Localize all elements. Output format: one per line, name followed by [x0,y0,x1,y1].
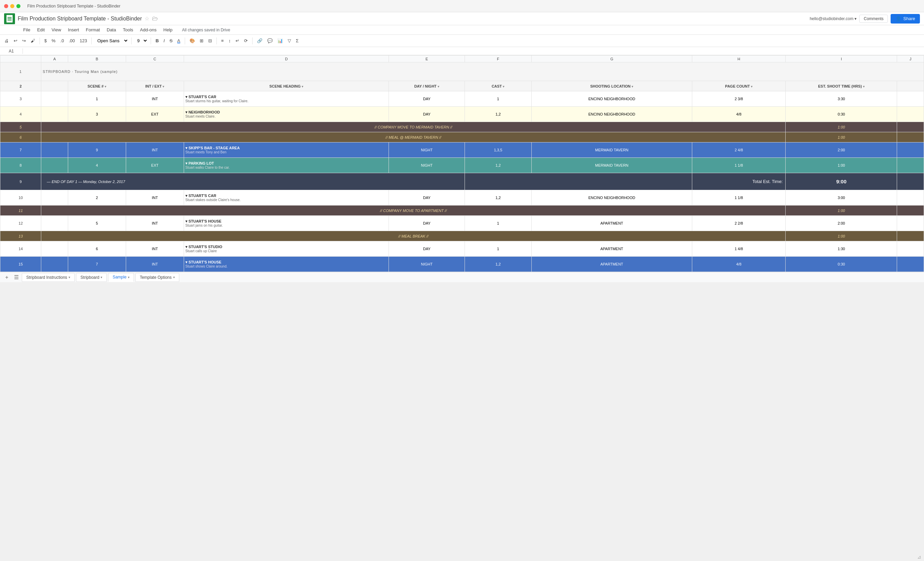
col-header-J[interactable]: J [897,56,924,62]
user-email[interactable]: hello@studiobinder.com ▾ [810,16,857,21]
undo-button[interactable]: ↩ [12,38,19,44]
scene-col-j [897,241,924,256]
col-header-B[interactable]: B [68,56,126,62]
end-of-day-empty [465,173,692,190]
minimize-button[interactable] [10,4,14,8]
format-number-button[interactable]: 123 [78,38,89,44]
wrap-button[interactable]: ↵ [234,38,241,44]
row-number: 15 [0,256,41,272]
menu-tools[interactable]: Tools [120,27,136,33]
rotation-button[interactable]: ⟳ [242,38,249,44]
close-button[interactable] [4,4,8,8]
tab-stripboard[interactable]: Stripboard ▾ [76,273,106,282]
all-sheets-button[interactable]: ☰ [12,273,21,282]
fill-color-button[interactable]: 🎨 [188,38,196,44]
add-sheet-button[interactable]: + [3,273,11,282]
scene-location: ENCINO NEIGHBORHOOD [531,190,692,206]
paint-format-button[interactable]: 🖌 [29,38,37,44]
font-select[interactable]: Open Sans [94,37,129,44]
scene-heading: ▾ STUART'S CARStuart sturms his guitar, … [184,92,389,106]
formula-bar [0,47,924,55]
scene-page-count: 1 4/8 [692,241,786,256]
scene-number: 6 [68,241,126,256]
redo-button[interactable]: ↪ [21,38,28,44]
col-header-H[interactable]: H [692,56,786,62]
scene-location: APARTMENT [531,216,692,231]
scene-heading: ▾ STUART'S HOUSEStuart shows Claire arou… [184,256,389,272]
header-location: SHOOTING LOCATION ▾ [531,81,692,92]
scene-col-a [41,241,68,256]
bold-button[interactable]: B [154,38,160,44]
font-size-select[interactable]: 9 [134,37,148,44]
comment-button[interactable]: 💬 [266,38,274,44]
table-row: 11// COMPANY MOVE TO APARTMENT //1:00 [0,206,924,216]
table-row: 157INT▾ STUART'S HOUSEStuart shows Clair… [0,256,924,272]
menu-format[interactable]: Format [83,27,103,33]
spreadsheet-title: STRIPBOARD · Touring Man (sample) [41,62,924,81]
menu-view[interactable]: View [49,27,64,33]
col-header-E[interactable]: E [389,56,465,62]
link-button[interactable]: 🔗 [255,38,264,44]
italic-button[interactable]: I [162,38,166,44]
tab-arrow-0[interactable]: ▾ [69,275,70,279]
maximize-button[interactable] [16,4,21,8]
strikethrough-button[interactable]: S [168,38,174,44]
grid-table-wrapper[interactable]: A B C D E F G H I J 1 STRIPBOARD · T [0,55,924,272]
currency-button[interactable]: $ [43,38,48,44]
col-header-A[interactable]: A [41,56,68,62]
chart-button[interactable]: 📊 [276,38,285,44]
tab-template-options[interactable]: Template Options ▾ [135,273,179,282]
col-header-D[interactable]: D [184,56,389,62]
star-icon[interactable]: ☆ [144,15,149,22]
table-row: 9— END OF DAY 1 — Monday, October 2, 201… [0,173,924,190]
scene-est-time: 0:30 [786,256,897,272]
col-header-F[interactable]: F [465,56,531,62]
window-controls [4,4,21,8]
toolbar-separator-5 [185,38,185,44]
comments-button[interactable]: Comments [859,15,888,23]
menu-data[interactable]: Data [104,27,118,33]
scene-heading: ▾ NEIGHBORHOODStuart meets Claire. [184,106,389,122]
menu-insert[interactable]: Insert [65,27,82,33]
scene-int-ext: EXT [126,106,184,122]
scene-day-night: DAY [389,190,465,206]
folder-icon[interactable]: 🗁 [152,15,158,22]
tab-arrow-3[interactable]: ▾ [173,275,175,279]
table-row: 43EXT▾ NEIGHBORHOODStuart meets Claire.D… [0,106,924,122]
scene-page-count: 1 1/8 [692,190,786,206]
scene-day-night: NIGHT [389,158,465,173]
scene-page-count: 2 3/8 [692,92,786,106]
col-header-I[interactable]: I [786,56,897,62]
merge-cells-button[interactable]: ⊟ [207,38,214,44]
tab-arrow-1[interactable]: ▾ [100,275,102,279]
valign-button[interactable]: ↕ [226,38,232,44]
function-button[interactable]: Σ [294,38,300,44]
row-number: 6 [0,132,41,142]
tab-sample[interactable]: Sample ▾ [108,273,134,282]
borders-button[interactable]: ⊞ [198,38,205,44]
menu-file[interactable]: File [21,27,33,33]
menu-addons[interactable]: Add-ons [137,27,159,33]
cell-reference-input[interactable] [3,49,20,54]
tab-stripboard-instructions[interactable]: Stripboard Instructions ▾ [22,273,75,282]
percent-button[interactable]: % [50,38,57,44]
scene-location: MERMAID TAVERN [531,158,692,173]
scene-location: APARTMENT [531,241,692,256]
print-button[interactable]: 🖨 [3,38,10,44]
col-header-G[interactable]: G [531,56,692,62]
table-row: 125INT▾ STUART'S HOUSEStuart jams on his… [0,216,924,231]
share-button[interactable]: 👤 Share [891,14,920,24]
total-time-label: Total Est. Time: [692,173,786,190]
scene-location: APARTMENT [531,256,692,272]
font-color-button[interactable]: A [176,38,182,44]
menu-edit[interactable]: Edit [34,27,47,33]
decimal-decrease-button[interactable]: .0 [58,38,66,44]
formula-input[interactable] [26,49,921,54]
tab-arrow-2[interactable]: ▾ [128,275,129,279]
menu-help[interactable]: Help [160,27,175,33]
align-button[interactable]: ≡ [219,38,226,44]
col-header-C[interactable]: C [126,56,184,62]
toolbar-separator-1 [39,38,40,44]
filter-button[interactable]: ▽ [286,38,293,44]
decimal-increase-button[interactable]: .00 [67,38,77,44]
